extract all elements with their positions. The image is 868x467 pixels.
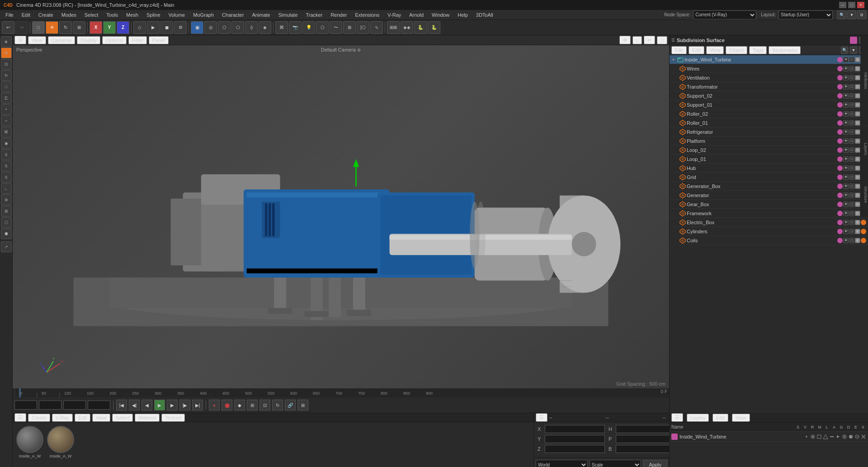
pos-y-input[interactable]: 0 cm — [545, 435, 605, 443]
obj-render-v[interactable]: ⬡ — [849, 75, 854, 80]
obj-tag-r01[interactable]: ⊞ — [855, 120, 860, 126]
obj-row-root[interactable]: ▼ Inside_Wind_Turbine 👁 ⬡ ⊞ — [670, 55, 868, 64]
menu-edit[interactable]: Edit — [18, 11, 34, 19]
vp-cameras[interactable]: Cameras — [48, 36, 75, 44]
mat-material[interactable]: Material — [135, 414, 160, 422]
layout-select[interactable]: Startup (User) — [778, 10, 833, 19]
tool-move[interactable]: ✛ — [1, 47, 12, 58]
obj-row-framework[interactable]: Framework 👁 ⬡ ⊞ — [670, 209, 868, 218]
tool-scale[interactable]: ⊡ — [1, 59, 12, 70]
minimize-button[interactable]: ─ — [839, 2, 846, 8]
record-btn[interactable]: ● — [209, 400, 220, 410]
extrude-btn[interactable]: ⟠ — [245, 21, 258, 34]
render-btn[interactable]: ◼ — [160, 21, 173, 34]
end-frame-input2[interactable]: 90 F — [88, 401, 110, 410]
node-space-select[interactable]: Current (V-Ray) — [693, 10, 756, 19]
menu-character[interactable]: Character — [218, 11, 247, 19]
obj-bookmarks-btn[interactable]: Bookmarks — [769, 46, 801, 54]
primitive-btn[interactable]: ⬡ — [316, 21, 329, 34]
obj-row-wires[interactable]: Wires 👁 ⬡ ⊞ — [670, 64, 868, 73]
vp-icon1[interactable]: ⊕ — [619, 36, 631, 44]
obj-row-support01[interactable]: Support_01 👁 ⬡ ⊞ — [670, 100, 868, 109]
undo-button[interactable]: ↩ — [2, 21, 14, 34]
vp-options[interactable]: Options — [102, 36, 127, 44]
obj-tag-btn-root[interactable]: ⊞ — [855, 57, 860, 62]
obj-tag-grid[interactable]: ⊞ — [855, 175, 860, 180]
scale-tool[interactable]: ⊞ — [73, 21, 85, 34]
tool-poly[interactable]: □ — [1, 81, 12, 92]
mat-create[interactable]: Create — [28, 414, 50, 422]
mat-hamburger[interactable]: ☰ — [14, 413, 26, 422]
obj-row-transformator[interactable]: Transformator 👁 ⬡ ⊞ — [670, 82, 868, 91]
filter-button[interactable]: ▼ — [847, 10, 856, 19]
tool-s3[interactable]: S — [1, 172, 12, 183]
goto-start-btn[interactable]: |◀ — [116, 400, 127, 410]
obj-row-platform[interactable]: Platform 👁 ⬡ ⊞ — [670, 137, 868, 146]
rot-b-input[interactable]: 0° — [616, 445, 676, 453]
obj-render-cyl[interactable]: ⬡ — [849, 229, 854, 234]
obj-vis-cyl[interactable]: 👁 — [843, 229, 849, 234]
obj-row-coils[interactable]: Coils 👁 ⬡ ⊞ — [670, 236, 868, 245]
tool-paint[interactable]: ⬡ — [1, 217, 12, 228]
tool-angle[interactable]: ∟ — [1, 183, 12, 194]
obj-row-ventilation[interactable]: Ventilation 👁 ⬡ ⊞ — [670, 73, 868, 82]
play-fwd-btn[interactable]: ▶ — [167, 400, 178, 410]
transform-mode-select[interactable]: Scale Move Rotate — [590, 460, 642, 467]
start-frame-input[interactable]: 0 F — [14, 401, 37, 410]
obj-tag-l01[interactable]: ⊞ — [855, 156, 860, 162]
layer-view-btn[interactable]: View — [732, 414, 750, 422]
mat-view[interactable]: View — [92, 414, 110, 422]
obj-render-eb[interactable]: ⬡ — [849, 220, 854, 225]
vp-display[interactable]: Display — [77, 36, 100, 44]
point-mode-btn[interactable]: ⬡ — [218, 21, 231, 34]
obj-tag-t[interactable]: ⊞ — [855, 84, 860, 90]
menu-mesh[interactable]: Mesh — [123, 11, 142, 19]
menu-tools[interactable]: Tools — [103, 11, 122, 19]
search-button[interactable]: 🔍 — [837, 10, 846, 19]
obj-tag-v[interactable]: ⊞ — [855, 75, 860, 80]
next-frame-btn[interactable]: |▶ — [179, 400, 190, 410]
coord-hamburger[interactable]: ☰ — [536, 413, 547, 422]
obj-tag-s01[interactable]: ⊞ — [855, 102, 860, 108]
obj-vis-ref[interactable]: 👁 — [843, 129, 849, 135]
obj-vis-btn-root[interactable]: 👁 — [843, 57, 849, 62]
layer-layers-btn[interactable]: Layers — [687, 414, 709, 422]
tool-live-selection[interactable]: ◈ — [1, 36, 12, 47]
polygon-mode-btn[interactable]: ▣ — [191, 21, 203, 34]
obj-row-loop01[interactable]: Loop_01 👁 ⬡ ⊞ — [670, 155, 868, 164]
obj-vis-platform[interactable]: 👁 — [843, 138, 849, 144]
link-btn[interactable]: 🔗 — [285, 400, 296, 410]
menu-file[interactable]: File — [2, 11, 17, 19]
obj-row-refrigerator[interactable]: Refrigerator 👁 ⬡ ⊞ — [670, 127, 868, 137]
obj-vis-wires[interactable]: 👁 — [843, 66, 849, 71]
tool-magnet[interactable]: ◉ — [1, 138, 12, 149]
obj-render-hub[interactable]: ⬡ — [849, 165, 854, 171]
obj-render-gb[interactable]: ⬡ — [849, 184, 854, 189]
goto-end-btn[interactable]: ▶| — [192, 400, 203, 410]
obj-vis-l02[interactable]: 👁 — [843, 147, 849, 153]
obj-vis-fw[interactable]: 👁 — [843, 211, 849, 216]
obj-vis-gen[interactable]: 👁 — [843, 193, 849, 198]
layer-edit-btn[interactable]: Edit — [712, 414, 728, 422]
vp-icon3[interactable]: ↩ — [644, 36, 655, 44]
obj-tag-hub[interactable]: ⊞ — [855, 165, 860, 171]
menu-3dtoall[interactable]: 3DToAll — [472, 11, 497, 19]
obj-render-ref[interactable]: ⬡ — [849, 129, 854, 135]
obj-render-fw[interactable]: ⬡ — [849, 211, 854, 216]
snap-btn[interactable]: ◈◈ — [401, 21, 413, 34]
obj-vis-gear[interactable]: 👁 — [843, 202, 849, 207]
tool-measure[interactable]: ⊕ — [1, 194, 12, 205]
obj-vis-r02[interactable]: 👁 — [843, 111, 849, 117]
record-auto-btn[interactable]: ⬤ — [222, 400, 232, 410]
tool-s2[interactable]: S — [1, 160, 12, 171]
mat-vray[interactable]: V-Ray — [52, 414, 73, 422]
obj-render-s02[interactable]: ⬡ — [849, 93, 854, 99]
obj-tag-wires[interactable]: ⊞ — [855, 66, 860, 71]
tool-point[interactable]: • — [1, 104, 12, 115]
generator-btn[interactable]: ⊞ — [343, 21, 356, 34]
obj-render-l01[interactable]: ⬡ — [849, 156, 854, 162]
vp-icon2[interactable]: ↓ — [632, 36, 642, 44]
obj-tag-cyl[interactable]: ⊞ — [855, 229, 860, 234]
pos-z-input[interactable]: 0 cm — [545, 445, 605, 453]
rotate-tool[interactable]: ↻ — [59, 21, 72, 34]
